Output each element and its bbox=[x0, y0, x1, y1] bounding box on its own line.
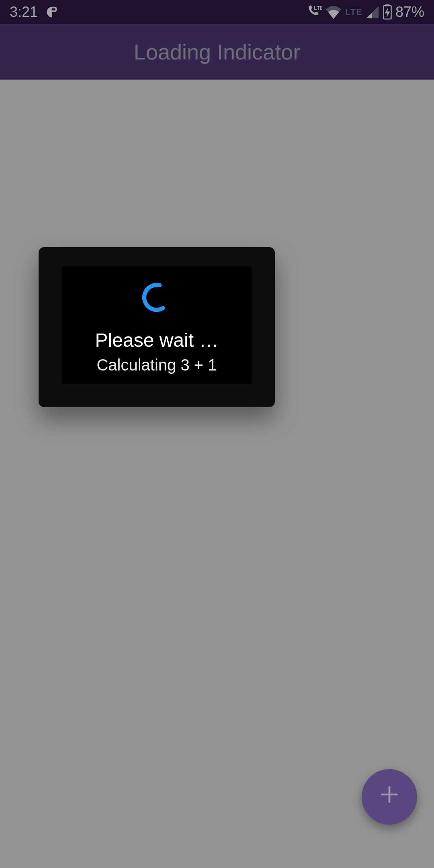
status-bar: 3:21 LTE LTE bbox=[0, 0, 434, 24]
spinner-icon bbox=[139, 280, 174, 315]
app-title: Loading Indicator bbox=[134, 39, 300, 64]
status-time: 3:21 bbox=[10, 4, 38, 20]
loading-subtitle: Calculating 3 + 1 bbox=[96, 356, 217, 374]
battery-percentage: 87% bbox=[395, 4, 424, 20]
svg-text:LTE: LTE bbox=[314, 5, 322, 11]
battery-charging-icon bbox=[383, 4, 392, 20]
app-bar: Loading Indicator bbox=[0, 24, 434, 80]
svg-point-5 bbox=[140, 280, 174, 315]
signal-icon bbox=[366, 5, 379, 19]
status-bar-right: LTE LTE 87% bbox=[306, 4, 424, 20]
loading-dialog: Please wait … Calculating 3 + 1 bbox=[39, 247, 275, 407]
p-logo-icon bbox=[46, 6, 59, 18]
svg-rect-2 bbox=[385, 4, 389, 6]
lte-label: LTE bbox=[345, 7, 362, 17]
loading-dialog-content: Please wait … Calculating 3 + 1 bbox=[62, 266, 252, 384]
wifi-icon bbox=[325, 5, 342, 19]
add-fab[interactable] bbox=[362, 769, 417, 825]
plus-icon bbox=[378, 783, 401, 811]
volte-call-icon: LTE bbox=[306, 5, 322, 19]
loading-title: Please wait … bbox=[95, 329, 219, 351]
content-area bbox=[0, 80, 434, 868]
status-bar-left: 3:21 bbox=[10, 4, 59, 20]
